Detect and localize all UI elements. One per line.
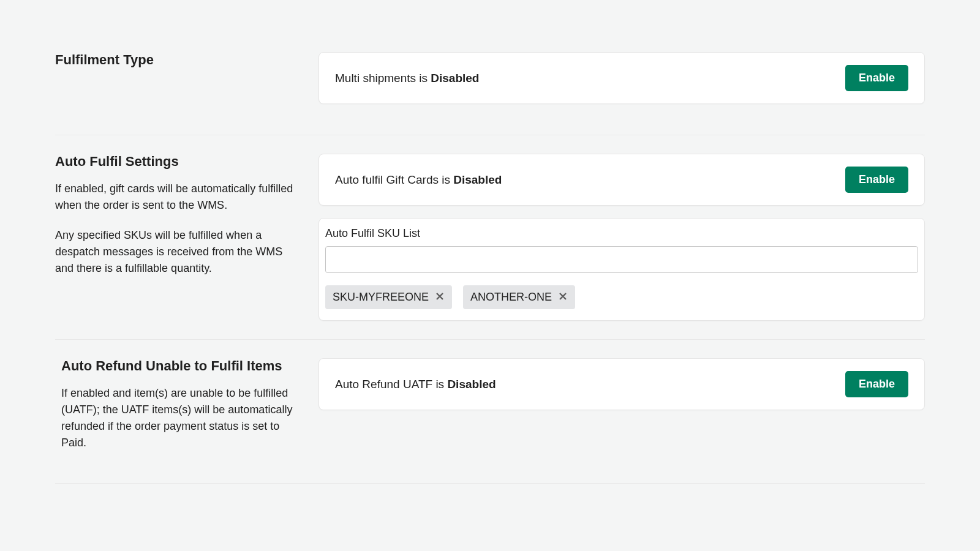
section-right: Multi shipments is Disabled Enable xyxy=(318,52,925,116)
sku-tag: SKU-MYFREEONE xyxy=(325,285,452,309)
section-right: Auto Refund UATF is Disabled Enable xyxy=(318,358,925,465)
enable-auto-refund-button[interactable]: Enable xyxy=(845,371,908,397)
section-right: Auto fulfil Gift Cards is Disabled Enabl… xyxy=(318,154,925,321)
sku-list-label: Auto Fulfil SKU List xyxy=(325,227,918,240)
enable-auto-fulfil-gift-cards-button[interactable]: Enable xyxy=(845,167,908,193)
auto-refund-uatf-card: Auto Refund UATF is Disabled Enable xyxy=(318,358,925,410)
sku-list-input[interactable] xyxy=(325,246,918,273)
section-title: Auto Fulfil Settings xyxy=(55,154,300,170)
status-value: Disabled xyxy=(447,378,496,391)
card-row: Auto Refund UATF is Disabled Enable xyxy=(335,371,908,397)
remove-sku-tag-button[interactable] xyxy=(435,291,445,303)
gift-cards-status: Auto fulfil Gift Cards is Disabled xyxy=(335,173,502,187)
section-left: Auto Fulfil Settings If enabled, gift ca… xyxy=(55,154,300,321)
section-left: Fulfilment Type xyxy=(55,52,300,116)
enable-multi-shipments-button[interactable]: Enable xyxy=(845,65,908,91)
status-value: Disabled xyxy=(453,173,502,186)
auto-fulfil-gift-cards-card: Auto fulfil Gift Cards is Disabled Enabl… xyxy=(318,154,925,206)
status-value: Disabled xyxy=(431,72,479,84)
status-prefix: Auto Refund UATF is xyxy=(335,378,447,391)
sku-tags: SKU-MYFREEONE ANOTHER-ONE xyxy=(325,285,918,309)
sku-tag-label: SKU-MYFREEONE xyxy=(333,291,429,304)
sku-tag-label: ANOTHER-ONE xyxy=(470,291,552,304)
auto-fulfil-section: Auto Fulfil Settings If enabled, gift ca… xyxy=(55,154,925,340)
section-title: Fulfilment Type xyxy=(55,52,300,68)
sku-tag: ANOTHER-ONE xyxy=(463,285,575,309)
auto-refund-status: Auto Refund UATF is Disabled xyxy=(335,378,496,391)
fulfilment-type-section: Fulfilment Type Multi shipments is Disab… xyxy=(55,52,925,135)
section-description: If enabled and item(s) are unable to be … xyxy=(61,385,300,451)
status-prefix: Auto fulfil Gift Cards is xyxy=(335,173,453,186)
multi-shipments-card: Multi shipments is Disabled Enable xyxy=(318,52,925,104)
card-row: Auto fulfil Gift Cards is Disabled Enabl… xyxy=(335,167,908,193)
status-prefix: Multi shipments is xyxy=(335,72,431,84)
section-title: Auto Refund Unable to Fulfil Items xyxy=(61,358,300,374)
multi-shipments-status: Multi shipments is Disabled xyxy=(335,72,479,85)
remove-sku-tag-button[interactable] xyxy=(558,291,568,303)
card-row: Multi shipments is Disabled Enable xyxy=(335,65,908,91)
auto-refund-section: Auto Refund Unable to Fulfil Items If en… xyxy=(55,358,925,484)
section-description: Any specified SKUs will be fulfilled whe… xyxy=(55,227,300,277)
close-icon xyxy=(435,291,445,303)
section-description: If enabled, gift cards will be automatic… xyxy=(55,181,300,214)
auto-fulfil-sku-card: Auto Fulfil SKU List SKU-MYFREEONE ANOTH… xyxy=(318,218,925,321)
section-left: Auto Refund Unable to Fulfil Items If en… xyxy=(55,358,300,465)
close-icon xyxy=(558,291,568,303)
